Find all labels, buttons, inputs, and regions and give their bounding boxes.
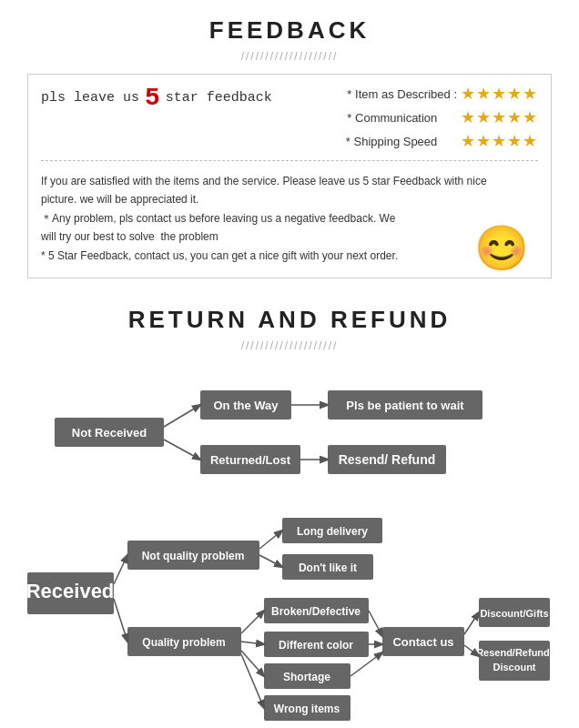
row1-stars: ★★★★★ <box>461 84 538 104</box>
diff-color-label: Different color <box>279 639 353 652</box>
feedback-right: * Item as Described : ★★★★★ * Communicat… <box>339 84 538 151</box>
svg-line-33 <box>464 612 479 634</box>
row2-label: * Communication <box>339 111 457 125</box>
feedback-top: pls leave us 5 star feedback * Item as D… <box>41 84 538 161</box>
quality-problem-label: Quality problem <box>142 636 225 649</box>
dont-like-label: Don't like it <box>299 561 357 574</box>
feedback-row-2: * Communication ★★★★★ <box>339 107 538 127</box>
svg-line-6 <box>164 440 200 460</box>
wrong-items-label: Wrong items <box>274 703 340 715</box>
not-quality-label: Not quality problem <box>142 550 245 562</box>
feedback-left: pls leave us 5 star feedback <box>41 84 272 112</box>
broken-label: Broken/Defective <box>271 605 361 618</box>
feedback-text-after: star feedback <box>166 90 272 106</box>
feedback-divider: //////////////////// <box>27 50 552 63</box>
row3-stars: ★★★★★ <box>461 131 538 151</box>
feedback-text-before: pls leave us <box>41 90 139 106</box>
feedback-number: 5 <box>145 84 160 112</box>
feedback-box: pls leave us 5 star feedback * Item as D… <box>27 74 552 278</box>
svg-line-24 <box>259 531 282 549</box>
returned-lost-label: Returned/Lost <box>210 453 291 467</box>
feedback-line1: If you are satisfied with the items and … <box>41 175 487 262</box>
flowchart: Not Received On the Way Pls be patient t… <box>27 363 552 728</box>
svg-line-5 <box>164 405 200 427</box>
on-the-way-label: On the Way <box>213 399 279 412</box>
svg-line-30 <box>369 611 382 636</box>
svg-line-26 <box>241 611 264 633</box>
svg-line-25 <box>259 555 282 567</box>
not-received-label: Not Received <box>72 426 147 440</box>
long-delivery-label: Long delivery <box>297 525 368 538</box>
pls-wait-label: Pls be patient to wait <box>346 399 464 412</box>
received-label: Received <box>27 580 114 602</box>
shortage-label: Shortage <box>283 671 330 683</box>
refund-title: RETURN AND REFUND <box>27 306 552 334</box>
svg-line-29 <box>241 654 264 708</box>
resend-refund-top-label: Resend/ Refund <box>339 452 436 467</box>
contact-us-label: Contact us <box>392 635 453 649</box>
discount-gifts-label: Discount/Gifts <box>480 608 548 619</box>
feedback-body: If you are satisfied with the items and … <box>41 172 538 265</box>
refund-section: RETURN AND REFUND //////////////////// N… <box>0 298 579 728</box>
feedback-row-3: * Shipping Speed ★★★★★ <box>339 131 538 151</box>
feedback-body-text: If you are satisfied with the items and … <box>41 172 538 265</box>
feedback-section: FEEDBACK //////////////////// pls leave … <box>0 0 579 298</box>
resend-refund-discount-label: Resend/Refund/ <box>476 647 552 658</box>
row3-label: * Shipping Speed <box>339 135 457 148</box>
row1-label: * Item as Described : <box>339 87 457 101</box>
svg-line-22 <box>114 555 127 584</box>
svg-text:Discount: Discount <box>493 662 535 672</box>
feedback-title: FEEDBACK <box>27 16 552 45</box>
smiley-emoji: 😊 <box>474 223 529 274</box>
refund-divider: //////////////////// <box>27 339 552 352</box>
row2-stars: ★★★★★ <box>461 107 538 127</box>
svg-line-23 <box>114 599 127 642</box>
svg-line-27 <box>241 642 264 644</box>
feedback-row-1: * Item as Described : ★★★★★ <box>339 84 538 104</box>
